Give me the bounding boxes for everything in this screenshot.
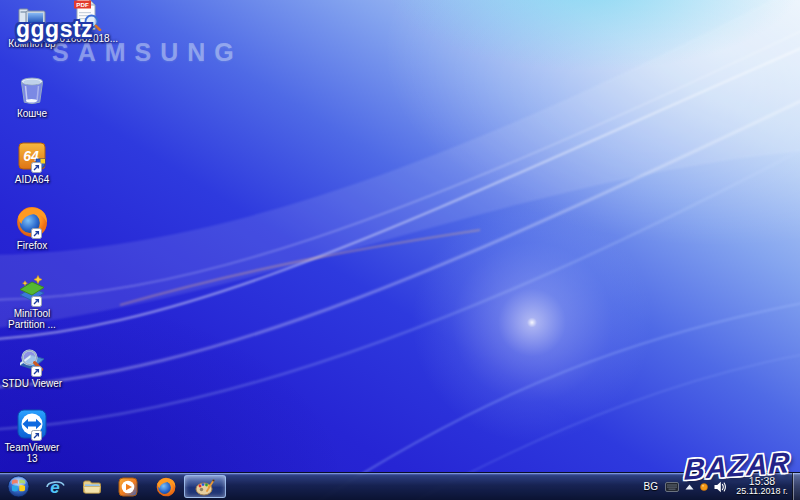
desktop-icon-label: TeamViewer 13 — [0, 442, 64, 464]
media-player-icon — [118, 477, 138, 497]
desktop-icon-label: Кошче — [0, 108, 64, 119]
keyboard-icon[interactable] — [665, 482, 679, 492]
firefox-icon — [156, 477, 176, 497]
shortcut-arrow-icon — [31, 228, 42, 239]
clock-date: 25.11.2018 г. — [733, 487, 791, 496]
desktop-icon-minitool-partition[interactable]: MiniTool Partition ... — [0, 274, 64, 330]
shortcut-arrow-icon — [31, 430, 42, 441]
taskbar-paint-button[interactable] — [184, 475, 226, 498]
taskbar-windows-explorer-button[interactable] — [77, 475, 107, 498]
desktop-icon-label: Firefox — [0, 240, 64, 251]
desktop-icon-firefox[interactable]: Firefox — [0, 206, 64, 251]
svg-text:PDF: PDF — [76, 1, 89, 8]
show-desktop-button[interactable] — [792, 473, 800, 500]
desktop-icon-aida64[interactable]: 64 AIDA64 — [0, 140, 64, 185]
recycle-bin-icon — [0, 74, 64, 106]
stdu-viewer-icon — [0, 344, 64, 376]
firefox-icon — [0, 206, 64, 238]
aida64-icon: 64 — [0, 140, 64, 172]
desktop-icon-teamviewer[interactable]: TeamViewer 13 — [0, 408, 64, 464]
shortcut-arrow-icon — [31, 296, 42, 307]
desktop-icon-label: STDU Viewer — [0, 378, 64, 389]
desktop-icon-label: AIDA64 — [0, 174, 64, 185]
desktop-icon-stdu-viewer[interactable]: STDU Viewer — [0, 344, 64, 389]
shortcut-arrow-icon — [31, 162, 42, 173]
taskbar-media-player-button[interactable] — [113, 475, 143, 498]
paint-icon — [195, 477, 215, 497]
desktop: SAMSUNG Компютър PDF — [0, 0, 800, 500]
shortcut-arrow-icon — [31, 366, 42, 377]
watermark-gggstz: gggstz — [16, 16, 93, 43]
folder-icon — [82, 477, 102, 497]
taskbar: e — [0, 472, 800, 500]
desktop-icon-label: MiniTool Partition ... — [0, 308, 64, 330]
internet-explorer-icon: e — [45, 477, 65, 497]
wallpaper-waves — [0, 0, 800, 500]
minitool-partition-icon — [0, 274, 64, 306]
taskbar-firefox-button[interactable] — [151, 475, 181, 498]
windows-logo-icon — [7, 475, 30, 498]
svg-text:e: e — [50, 477, 59, 496]
taskbar-internet-explorer-button[interactable]: e — [40, 475, 70, 498]
teamviewer-icon — [0, 408, 64, 440]
language-indicator[interactable]: BG — [643, 481, 659, 492]
desktop-icon-recycle-bin[interactable]: Кошче — [0, 74, 64, 119]
start-button[interactable] — [7, 475, 30, 498]
